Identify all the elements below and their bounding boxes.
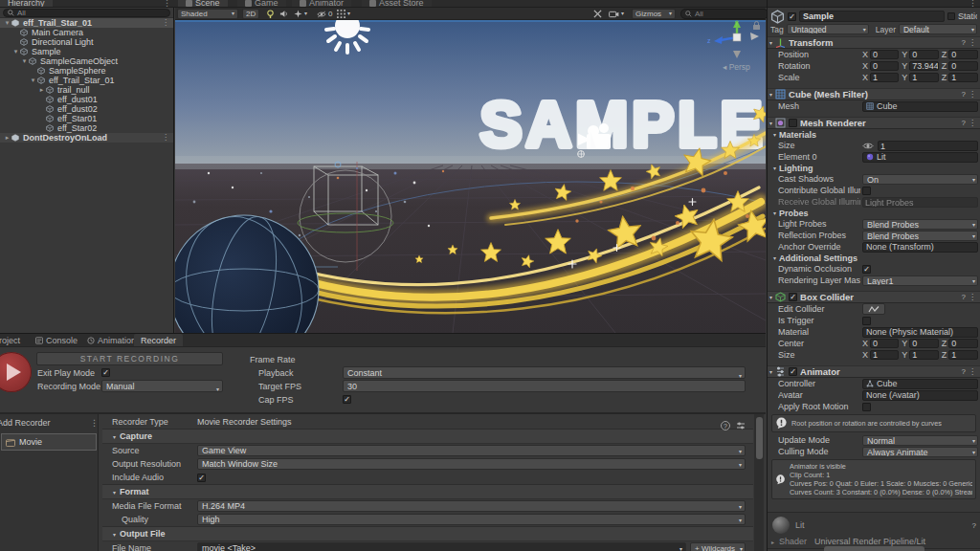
recording-mode-dropdown[interactable]: Manual▾ bbox=[101, 380, 223, 392]
element-0-object-field[interactable]: Lit bbox=[862, 152, 978, 163]
help-icon[interactable]: ? bbox=[962, 119, 966, 127]
is-trigger-checkbox[interactable] bbox=[862, 317, 871, 325]
active-checkbox[interactable]: ✓ bbox=[788, 12, 796, 21]
2d-toggle[interactable]: 2D bbox=[242, 9, 259, 19]
exit-play-mode-checkbox[interactable]: ✓ bbox=[101, 368, 110, 377]
file-name-field[interactable]: movie <Take> bbox=[197, 542, 686, 551]
hierarchy-item-eff-dust02[interactable]: eff_dust02 bbox=[0, 104, 173, 114]
axis-y-field[interactable]: 0 bbox=[909, 339, 938, 348]
hierarchy-item-eff-star01[interactable]: eff_Star01 bbox=[0, 114, 173, 123]
playback-dropdown[interactable]: Constant▾ bbox=[343, 366, 746, 379]
axis-z-field[interactable]: 0 bbox=[948, 339, 978, 348]
component-menu-icon[interactable]: ⋮ bbox=[969, 293, 976, 301]
hierarchy-item-main-camera[interactable]: Main Camera bbox=[0, 28, 173, 37]
grid-settings-dropdown[interactable]: ▾ bbox=[334, 9, 353, 19]
foldout-arrow-icon[interactable]: ▾ bbox=[769, 120, 772, 126]
tab-hierarchy[interactable]: Hierarchy bbox=[0, 0, 53, 8]
component-header-transform[interactable]: ▾Transform?⋮ bbox=[768, 36, 980, 49]
axis-y-field[interactable]: 1 bbox=[909, 350, 938, 360]
cap-fps-checkbox[interactable]: ✓ bbox=[343, 395, 351, 404]
receive-global-illumina-field[interactable]: Light Probes bbox=[862, 197, 978, 208]
tab-scene[interactable]: Scene bbox=[178, 0, 228, 8]
section-capture[interactable]: ▾Capture bbox=[102, 429, 753, 444]
component-menu-icon[interactable]: ⋮ bbox=[969, 90, 976, 99]
hierarchy-search-input[interactable]: All bbox=[3, 9, 170, 17]
output-resolution-dropdown[interactable]: Match Window Size bbox=[197, 458, 746, 470]
dynamic-occlusion-checkbox[interactable]: ✓ bbox=[862, 265, 871, 274]
rendering-layer-mask-dropdown[interactable]: Layer1 bbox=[862, 276, 978, 286]
shader-value[interactable]: Universal Render Pipeline/Lit bbox=[814, 537, 976, 546]
start-recording-button[interactable]: START RECORDING bbox=[36, 352, 223, 365]
persp-label[interactable]: Persp bbox=[729, 62, 750, 72]
hierarchy-item-eff-trail-star-01[interactable]: ▾eff_Trail_Star_01 bbox=[0, 76, 173, 85]
inspector-menu-icon[interactable]: ⋮ bbox=[969, 0, 977, 8]
axis-y-field[interactable]: 0 bbox=[909, 50, 938, 59]
quality-dropdown[interactable]: High bbox=[197, 514, 746, 525]
preset-icon[interactable] bbox=[736, 421, 746, 430]
source-dropdown[interactable]: Game View bbox=[197, 445, 746, 456]
include-audio-checkbox[interactable]: ✓ bbox=[197, 474, 206, 482]
component-header-animator[interactable]: ▾✓Animator?⋮ bbox=[768, 365, 980, 378]
anchor-override-object-field[interactable]: None (Transform) bbox=[862, 242, 978, 253]
component-header-box-collider[interactable]: ▾✓Box Collider?⋮ bbox=[768, 291, 980, 303]
axis-z-field[interactable]: 0 bbox=[948, 50, 978, 59]
scene-tools-icon[interactable] bbox=[590, 9, 605, 19]
add-component-button[interactable] bbox=[824, 546, 924, 551]
foldout-arrow-icon[interactable]: ▾ bbox=[769, 91, 772, 98]
hierarchy-item-dontdestroyonload[interactable]: ▸DontDestroyOnLoad⋮ bbox=[0, 133, 173, 143]
cast-shadows-dropdown[interactable]: On bbox=[862, 174, 978, 185]
contribute-global-illumi-checkbox[interactable] bbox=[862, 187, 871, 195]
update-mode-dropdown[interactable]: Normal bbox=[862, 435, 978, 446]
component-header-mesh-renderer[interactable]: ▾Mesh Renderer?⋮ bbox=[768, 117, 980, 129]
section-format[interactable]: ▾Format bbox=[102, 484, 753, 499]
scene-camera-dropdown[interactable]: ▾ bbox=[606, 9, 627, 19]
object-name-field[interactable]: Sample bbox=[799, 11, 945, 22]
media-file-format-dropdown[interactable]: H.264 MP4 bbox=[197, 500, 746, 512]
hierarchy-item-eff-star02[interactable]: eff_Star02 bbox=[0, 123, 173, 133]
foldout-arrow-icon[interactable]: ▾ bbox=[769, 368, 772, 375]
component-enabled-checkbox[interactable]: ✓ bbox=[789, 293, 797, 301]
hierarchy-item-trail-null[interactable]: ▸trail_null bbox=[0, 85, 173, 95]
tab-animator[interactable]: Animator bbox=[292, 0, 351, 8]
scene-audio-icon[interactable] bbox=[277, 9, 291, 19]
help-icon[interactable]: ? bbox=[962, 38, 966, 47]
size-field[interactable]: 1 bbox=[878, 141, 978, 151]
axis-x-field[interactable]: 0 bbox=[870, 50, 899, 59]
recorder-scrollbar[interactable] bbox=[754, 414, 764, 551]
hierarchy-item-samplesphere[interactable]: SampleSphere bbox=[0, 66, 173, 76]
axis-x-field[interactable]: 1 bbox=[870, 350, 899, 360]
tab-console[interactable]: Console bbox=[29, 334, 84, 347]
foldout-arrow-icon[interactable]: ▾ bbox=[769, 294, 772, 300]
component-enabled-checkbox[interactable] bbox=[789, 119, 797, 127]
foldout-arrow-icon[interactable]: ▾ bbox=[769, 39, 772, 46]
hierarchy-item-eff-dust01[interactable]: eff_dust01 bbox=[0, 95, 173, 104]
material-foldout-arrow-icon[interactable]: ▸ bbox=[771, 539, 774, 545]
help-icon[interactable]: ? bbox=[962, 293, 966, 301]
collapse-arrow-icon[interactable]: ▾ bbox=[20, 56, 29, 66]
axis-x-field[interactable]: 1 bbox=[870, 73, 899, 82]
hierarchy-item-sample[interactable]: ▾Sample bbox=[0, 47, 173, 56]
reflection-probes-dropdown[interactable]: Blend Probes bbox=[862, 231, 978, 241]
hierarchy-item-samplegameobject[interactable]: ▾SampleGameObject bbox=[0, 56, 173, 66]
tab-asset-store[interactable]: Asset Store bbox=[362, 0, 432, 8]
scene-search-input[interactable]: All bbox=[680, 9, 768, 19]
component-menu-icon[interactable]: ⋮ bbox=[969, 119, 976, 127]
tab-game[interactable]: Game bbox=[237, 0, 286, 8]
hierarchy-menu-icon[interactable]: ⋮ bbox=[163, 0, 171, 8]
tab-project[interactable]: Project bbox=[0, 334, 27, 347]
hierarchy-item-eff-trail-star-01[interactable]: ▾eff_Trail_Star_01⋮ bbox=[0, 18, 173, 28]
layer-dropdown[interactable]: Default bbox=[899, 24, 977, 34]
gizmos-dropdown[interactable]: Gizmos▾ bbox=[632, 9, 676, 19]
hierarchy-item-directional-light[interactable]: Directional Light bbox=[0, 37, 173, 47]
foldout-probes[interactable]: ▾Probes bbox=[768, 208, 980, 218]
help-icon[interactable]: ? bbox=[962, 90, 966, 99]
scene-effects-dropdown[interactable]: ▾ bbox=[291, 9, 310, 19]
axis-x-field[interactable]: 0 bbox=[870, 339, 899, 348]
component-menu-icon[interactable]: ⋮ bbox=[969, 367, 976, 376]
help-icon[interactable]: ? bbox=[962, 367, 966, 376]
foldout-additional-settings[interactable]: ▾Additional Settings bbox=[768, 253, 980, 263]
tab-recorder[interactable]: Recorder bbox=[134, 334, 183, 347]
avatar-object-field[interactable]: None (Avatar) bbox=[862, 390, 978, 401]
tag-dropdown[interactable]: Untagged bbox=[787, 24, 869, 34]
collapse-arrow-icon[interactable]: ▾ bbox=[29, 76, 37, 85]
